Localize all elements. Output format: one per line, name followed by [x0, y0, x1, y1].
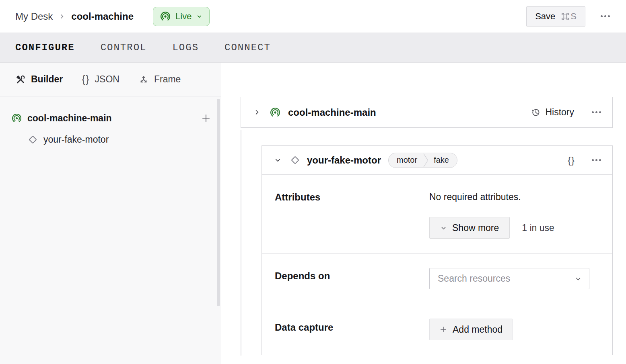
- history-icon: [531, 107, 541, 117]
- frame-axes-icon: [138, 74, 149, 85]
- tools-icon: [15, 74, 26, 85]
- live-status-dropdown[interactable]: Live: [153, 7, 210, 26]
- broadcast-icon: [160, 11, 171, 22]
- data-capture-label: Data capture: [275, 319, 429, 355]
- add-method-button[interactable]: Add method: [429, 319, 513, 340]
- broadcast-icon: [11, 113, 22, 124]
- section-depends-on: Depends on: [262, 254, 612, 304]
- resource-tree: cool-machine-main your-fake-motor: [0, 96, 221, 149]
- breadcrumb-parent[interactable]: My Desk: [15, 11, 53, 22]
- tab-control[interactable]: CONTROL: [101, 42, 147, 53]
- chevron-down-icon: [575, 275, 582, 282]
- component-json-icon[interactable]: {}: [568, 155, 575, 166]
- badge-separator-chevron: [423, 153, 429, 168]
- depends-on-search-input[interactable]: [438, 273, 575, 284]
- view-tab-json[interactable]: {} JSON: [82, 74, 119, 85]
- view-tab-builder[interactable]: Builder: [15, 74, 63, 85]
- breadcrumb: My Desk cool-machine: [15, 11, 134, 22]
- sidebar-scrollbar[interactable]: [217, 99, 220, 306]
- add-resource-icon[interactable]: [201, 113, 211, 123]
- machine-config-app: My Desk cool-machine Live Save: [0, 0, 626, 364]
- save-shortcut-key: S: [570, 11, 577, 22]
- section-data-capture: Data capture Add method: [262, 304, 612, 355]
- view-tab-json-label: JSON: [95, 74, 119, 85]
- config-sidebar: Builder {} JSON Frame: [0, 63, 221, 364]
- show-more-label: Show more: [452, 223, 499, 233]
- tree-item-machine-part[interactable]: cool-machine-main: [0, 107, 221, 129]
- diamond-icon: [290, 155, 301, 166]
- tree-component-label: your-fake-motor: [43, 134, 109, 145]
- history-button[interactable]: History: [531, 107, 574, 118]
- machine-card-menu-icon[interactable]: [592, 111, 601, 113]
- depends-on-select[interactable]: [429, 268, 589, 289]
- tab-configure[interactable]: CONFIGURE: [15, 42, 75, 53]
- attributes-label: Attributes: [275, 192, 429, 253]
- component-model: fake: [429, 155, 457, 165]
- chevron-down-icon: [440, 225, 447, 231]
- history-button-label: History: [545, 107, 574, 118]
- top-header: My Desk cool-machine Live Save: [0, 0, 626, 33]
- machine-nav-tabs: CONFIGURE CONTROL LOGS CONNECT: [0, 33, 626, 63]
- chevron-right-icon: [58, 13, 66, 20]
- depends-on-label: Depends on: [275, 268, 429, 304]
- command-key-icon: [561, 12, 570, 21]
- save-button[interactable]: Save S: [526, 6, 585, 27]
- view-tab-frame-label: Frame: [154, 74, 181, 85]
- show-more-button[interactable]: Show more: [429, 217, 510, 239]
- chevron-down-icon: [196, 13, 203, 20]
- broadcast-icon: [270, 107, 281, 118]
- breadcrumb-current: cool-machine: [71, 11, 134, 22]
- header-overflow-menu-icon[interactable]: [601, 15, 610, 17]
- component-card-title: your-fake-motor: [307, 155, 381, 166]
- tree-connector-line: [241, 130, 241, 356]
- save-shortcut: S: [561, 11, 577, 22]
- live-status-label: Live: [175, 11, 192, 22]
- save-button-label: Save: [535, 11, 555, 22]
- tree-machine-label: cool-machine-main: [27, 113, 201, 124]
- plus-icon: [439, 325, 447, 333]
- component-card-header: your-fake-motor motor fake {}: [262, 146, 612, 175]
- component-type-badge: motor fake: [388, 153, 457, 168]
- add-method-label: Add method: [453, 324, 502, 335]
- machine-part-card: cool-machine-main History: [241, 97, 613, 128]
- view-tab-builder-label: Builder: [31, 74, 63, 85]
- component-type: motor: [389, 155, 423, 165]
- view-tab-frame[interactable]: Frame: [138, 74, 181, 85]
- braces-icon: {}: [82, 74, 89, 84]
- expand-chevron-right-icon[interactable]: [253, 108, 261, 116]
- tab-logs[interactable]: LOGS: [172, 42, 199, 53]
- tree-item-component[interactable]: your-fake-motor: [0, 129, 221, 149]
- machine-card-title: cool-machine-main: [288, 107, 531, 118]
- config-main-panel: cool-machine-main History: [222, 63, 626, 364]
- component-card-menu-icon[interactable]: [592, 159, 601, 161]
- section-attributes: Attributes No required attributes. Show …: [262, 175, 612, 254]
- sidebar-view-tabs: Builder {} JSON Frame: [0, 63, 221, 96]
- tab-connect[interactable]: CONNECT: [224, 42, 271, 53]
- diamond-icon: [27, 134, 38, 145]
- attributes-in-use-count: 1 in use: [522, 223, 554, 233]
- component-card: your-fake-motor motor fake {} Attributes: [262, 145, 613, 355]
- collapse-chevron-down-icon[interactable]: [274, 156, 282, 164]
- attributes-message: No required attributes.: [429, 192, 554, 202]
